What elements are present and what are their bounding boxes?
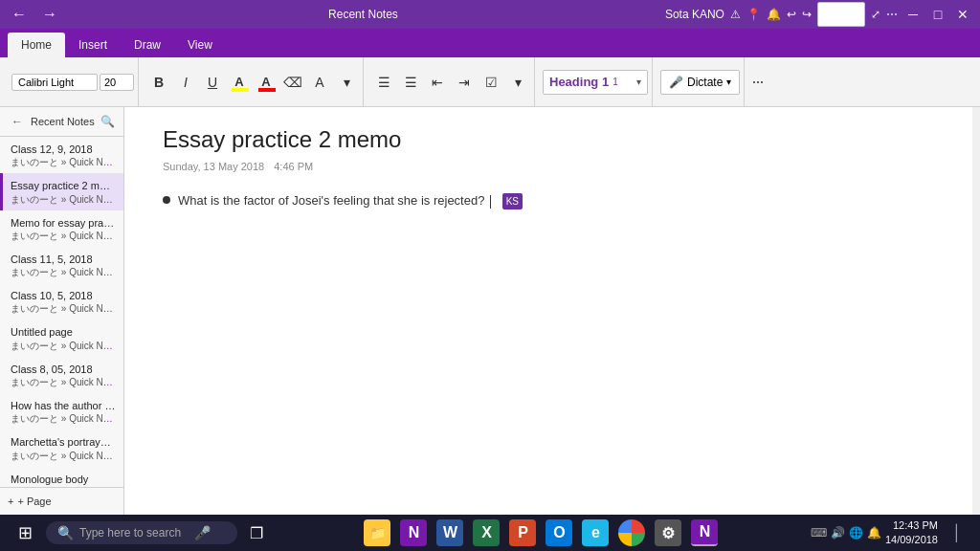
bullet-text: What is the factor of Josei's feeling th… <box>178 191 934 210</box>
sidebar-item-5[interactable]: Untitled page まいのーと » Quick Notes <box>0 320 123 356</box>
more-options-icon[interactable]: ⋯ <box>886 8 898 21</box>
content-area[interactable]: Essay practice 2 memo Sunday, 13 May 201… <box>124 107 972 515</box>
forward-button[interactable]: → <box>38 4 61 25</box>
highlight-button[interactable]: A <box>227 70 252 95</box>
bold-button[interactable]: B <box>146 70 171 95</box>
text-cursor <box>490 195 491 209</box>
sidebar-item-4[interactable]: Class 10, 5, 2018 まいのーと » Quick Notes <box>0 283 123 320</box>
minimize-button[interactable]: ─ <box>903 5 923 24</box>
show-desktop-button[interactable]: │ <box>942 518 972 548</box>
tab-home[interactable]: Home <box>8 33 65 57</box>
expand-icon[interactable]: ⤢ <box>871 8 880 21</box>
sidebar-back-icon[interactable]: ← <box>8 113 27 130</box>
title-bar-right: Sota KANO ⚠ 📍 🔔 ↩ ↪ Share ⤢ ⋯ ─ □ ✕ <box>665 2 972 27</box>
style-group: Heading 1 1 ▾ <box>539 57 653 106</box>
ks-badge: KS <box>502 193 523 209</box>
more-format-arrow[interactable]: ▾ <box>334 70 359 95</box>
sidebar-item-3[interactable]: Class 11, 5, 2018 まいのーと » Quick Notes <box>0 247 123 283</box>
note-date: Sunday, 13 May 2018 <box>163 161 264 172</box>
para-more-arrow[interactable]: ▾ <box>505 70 530 95</box>
bell-icon[interactable]: 🔔 <box>767 8 781 21</box>
sidebar-item-6[interactable]: Class 8, 05, 2018 まいのーと » Quick Notes <box>0 357 123 393</box>
dictate-label: Dictate <box>687 76 723 89</box>
sidebar-item-0[interactable]: Class 12, 9, 2018 まいのーと » Quick Notes <box>0 137 123 173</box>
user-name: Sota KANO <box>665 8 724 21</box>
tray-notification-icon[interactable]: 🔔 <box>867 526 881 540</box>
clock: 12:43 PM 14/09/2018 <box>885 518 938 548</box>
sidebar-header-left: ← Recent Notes <box>8 113 95 130</box>
tab-draw[interactable]: Draw <box>121 33 174 57</box>
start-button[interactable]: ⊞ <box>8 516 42 550</box>
eraser-button[interactable]: ⌫ <box>280 70 305 95</box>
add-page-button[interactable]: + + Page <box>0 487 123 515</box>
task-view-button[interactable]: ❐ <box>241 518 272 548</box>
word-app[interactable]: W <box>433 516 467 550</box>
microphone-icon: 🎤 <box>669 76 683 89</box>
sidebar-item-meta-3: まいのーと » Quick Notes <box>11 266 116 279</box>
sidebar-item-title-8: Marchetta's portrayal c... <box>11 435 116 449</box>
sidebar-item-8[interactable]: Marchetta's portrayal c... まいのーと » Quick… <box>0 430 123 466</box>
sidebar-item-title-1: Essay practice 2 memo <box>11 179 116 192</box>
increase-indent-button[interactable]: ⇥ <box>452 70 477 95</box>
bullets-button[interactable]: ☰ <box>371 70 396 95</box>
back-button[interactable]: ← <box>8 4 31 25</box>
outlook-app[interactable]: O <box>542 516 576 550</box>
dictate-button[interactable]: 🎤 Dictate ▾ <box>660 70 740 95</box>
tab-view[interactable]: View <box>174 33 226 57</box>
onenote-taskbar-app[interactable]: N <box>687 516 722 550</box>
italic-button[interactable]: I <box>173 70 198 95</box>
style-dropdown[interactable]: Heading 1 1 ▾ <box>543 70 648 95</box>
pin-icon[interactable]: 📍 <box>746 8 761 21</box>
note-time: 4:46 PM <box>274 161 313 172</box>
close-button[interactable]: ✕ <box>953 5 972 24</box>
tab-insert[interactable]: Insert <box>65 33 121 57</box>
sidebar-item-title-7: How has the author po... <box>11 399 116 412</box>
font-group <box>8 57 139 106</box>
file-explorer-app[interactable]: 📁 <box>360 516 394 550</box>
maximize-button[interactable]: □ <box>928 5 947 24</box>
numbering-button[interactable]: ☰ <box>398 70 423 95</box>
tray-volume-icon[interactable]: 🔊 <box>831 526 845 540</box>
sidebar-item-meta-8: まいのーと » Quick Notes <box>11 450 116 463</box>
title-bar-left: ← → <box>8 4 61 25</box>
search-placeholder: Type here to search <box>79 526 181 540</box>
powerpoint-app[interactable]: P <box>505 516 540 550</box>
decrease-indent-button[interactable]: ⇤ <box>425 70 450 95</box>
style-number: 1 <box>612 77 618 87</box>
search-bar[interactable]: 🔍 Type here to search 🎤 <box>46 521 237 544</box>
tray-network-icon[interactable]: 🌐 <box>849 526 863 540</box>
dictate-group: 🎤 Dictate ▾ <box>657 57 745 106</box>
format-button[interactable]: A <box>307 70 332 95</box>
mic-icon: 🎤 <box>194 525 211 540</box>
bullet-content: What is the factor of Josei's feeling th… <box>178 193 484 208</box>
sidebar-list: Class 12, 9, 2018 まいのーと » Quick Notes Es… <box>0 137 123 487</box>
color-button[interactable]: A <box>254 70 278 95</box>
chrome-app[interactable] <box>614 516 649 550</box>
font-size-input[interactable] <box>100 74 134 91</box>
sidebar-item-2[interactable]: Memo for essay practice まいのーと » Quick No… <box>0 210 123 247</box>
undo-icon[interactable]: ↩ <box>787 8 796 21</box>
ie-app[interactable]: e <box>578 516 612 550</box>
sidebar-item-1[interactable]: Essay practice 2 memo まいのーと » Quick Note… <box>0 173 123 209</box>
style-label: Heading 1 <box>549 75 609 89</box>
sidebar-item-9[interactable]: Monologue body まいのーと » Quick Notes <box>0 467 123 487</box>
check-button[interactable]: ☑ <box>479 70 503 95</box>
share-button[interactable]: Share <box>817 2 865 27</box>
date-display: 14/09/2018 <box>885 533 938 547</box>
sidebar-search-icon[interactable]: 🔍 <box>99 113 116 130</box>
more-toolbar-icon[interactable]: ⋯ <box>752 76 764 89</box>
scrollbar[interactable] <box>972 107 980 515</box>
sidebar-item-title-0: Class 12, 9, 2018 <box>11 143 116 156</box>
sidebar-item-7[interactable]: How has the author po... まいのーと » Quick N… <box>0 393 123 430</box>
onenote-org-app[interactable]: N <box>396 516 431 550</box>
warn-icon[interactable]: ⚠ <box>730 8 741 21</box>
main-area: ← Recent Notes 🔍 Class 12, 9, 2018 まいのーと… <box>0 107 980 515</box>
sidebar-item-title-5: Untitled page <box>11 325 116 339</box>
settings-app[interactable]: ⚙ <box>651 516 685 550</box>
excel-app[interactable]: X <box>469 516 503 550</box>
style-arrow: ▾ <box>636 77 641 87</box>
redo-icon[interactable]: ↪ <box>802 8 812 21</box>
underline-button[interactable]: U <box>200 70 225 95</box>
font-name-input[interactable] <box>11 74 98 91</box>
formatting-group: B I U A A ⌫ A ▾ <box>143 57 364 106</box>
